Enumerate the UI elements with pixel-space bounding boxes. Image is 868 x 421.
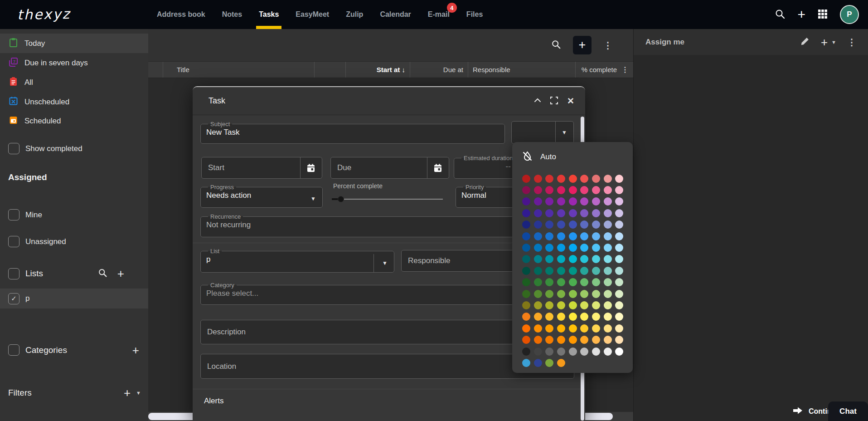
color-swatch[interactable] bbox=[545, 220, 553, 229]
color-swatch[interactable] bbox=[615, 301, 623, 309]
color-swatch[interactable] bbox=[580, 209, 588, 217]
start-date-field[interactable]: Start bbox=[201, 157, 322, 179]
color-swatch[interactable] bbox=[580, 232, 588, 240]
color-swatch[interactable] bbox=[580, 186, 588, 194]
color-swatch[interactable] bbox=[604, 313, 612, 321]
continue-toast[interactable]: Continue bbox=[792, 401, 830, 421]
tab-zulip[interactable]: Zulip bbox=[346, 0, 363, 29]
color-swatch[interactable] bbox=[592, 336, 600, 344]
color-swatch[interactable] bbox=[592, 244, 600, 252]
color-swatch[interactable] bbox=[592, 175, 600, 183]
color-swatch[interactable] bbox=[580, 175, 588, 183]
color-swatch[interactable] bbox=[534, 290, 542, 298]
avatar[interactable]: P bbox=[840, 5, 859, 24]
color-swatch[interactable] bbox=[557, 278, 565, 286]
color-swatch[interactable] bbox=[522, 348, 530, 356]
color-swatch[interactable] bbox=[592, 301, 600, 309]
color-swatch[interactable] bbox=[569, 348, 577, 356]
color-swatch[interactable] bbox=[557, 324, 565, 333]
progress-select[interactable]: Progress Needs action ▼ bbox=[200, 184, 323, 208]
color-auto-option[interactable]: Auto bbox=[512, 149, 633, 165]
color-swatch[interactable] bbox=[592, 313, 600, 321]
color-swatch[interactable] bbox=[569, 278, 577, 286]
color-swatch[interactable] bbox=[569, 186, 577, 194]
color-swatch[interactable] bbox=[522, 175, 530, 183]
collapse-button[interactable] bbox=[534, 98, 541, 104]
close-button[interactable]: ✕ bbox=[567, 96, 574, 106]
color-swatch[interactable] bbox=[569, 324, 577, 333]
categories-checkbox[interactable] bbox=[8, 344, 19, 356]
color-swatch[interactable] bbox=[604, 255, 612, 263]
color-swatch[interactable] bbox=[545, 255, 553, 263]
color-swatch[interactable] bbox=[545, 324, 553, 333]
color-swatch[interactable] bbox=[580, 244, 588, 252]
column-flags[interactable] bbox=[315, 62, 346, 78]
color-swatch[interactable] bbox=[569, 267, 577, 275]
fullscreen-button[interactable] bbox=[550, 97, 558, 106]
color-swatch[interactable] bbox=[545, 336, 553, 344]
color-swatch[interactable] bbox=[615, 209, 623, 217]
color-swatch[interactable] bbox=[557, 232, 565, 240]
panel-add-caret-button[interactable]: ▼ bbox=[831, 39, 836, 45]
color-swatch[interactable] bbox=[592, 232, 600, 240]
color-swatch[interactable] bbox=[557, 348, 565, 356]
global-add-button[interactable]: + bbox=[797, 8, 805, 21]
color-swatch[interactable] bbox=[522, 244, 530, 252]
color-swatch[interactable] bbox=[557, 244, 565, 252]
color-swatch[interactable] bbox=[615, 232, 623, 240]
column-percent-complete[interactable]: % complete ⋮ bbox=[576, 62, 633, 78]
color-swatch[interactable] bbox=[615, 244, 623, 252]
mine-checkbox[interactable] bbox=[8, 209, 19, 220]
color-swatch[interactable] bbox=[557, 313, 565, 321]
color-swatch[interactable] bbox=[615, 255, 623, 263]
color-swatch[interactable] bbox=[534, 244, 542, 252]
color-swatch[interactable] bbox=[522, 197, 530, 206]
color-swatch[interactable] bbox=[580, 324, 588, 333]
color-swatch[interactable] bbox=[604, 220, 612, 229]
color-swatch[interactable] bbox=[592, 278, 600, 286]
color-swatch[interactable] bbox=[522, 336, 530, 344]
color-swatch[interactable] bbox=[557, 197, 565, 206]
color-swatch-custom[interactable] bbox=[534, 359, 542, 367]
apps-grid-button[interactable] bbox=[817, 9, 828, 21]
columns-menu-icon[interactable]: ⋮ bbox=[621, 65, 629, 74]
percent-complete-slider[interactable] bbox=[332, 196, 443, 202]
column-due-at[interactable]: Due at bbox=[410, 62, 468, 78]
sidebar-item-today[interactable]: Today bbox=[0, 34, 148, 53]
tab-calendar[interactable]: Calendar bbox=[380, 0, 411, 29]
color-swatch[interactable] bbox=[580, 197, 588, 206]
column-title[interactable]: Title bbox=[163, 62, 315, 78]
progress-value[interactable]: Needs action bbox=[206, 191, 317, 200]
color-swatch[interactable] bbox=[557, 209, 565, 217]
color-swatch[interactable] bbox=[592, 197, 600, 206]
color-swatch-custom[interactable] bbox=[557, 359, 565, 367]
app-logo[interactable]: thexyz bbox=[17, 6, 71, 23]
color-swatch[interactable] bbox=[534, 175, 542, 183]
color-swatch[interactable] bbox=[545, 175, 553, 183]
panel-add-button[interactable]: + bbox=[821, 36, 828, 48]
color-swatch[interactable] bbox=[569, 301, 577, 309]
color-swatch[interactable] bbox=[592, 255, 600, 263]
color-swatch[interactable] bbox=[545, 278, 553, 286]
add-category-button[interactable]: + bbox=[132, 344, 139, 356]
color-swatch[interactable] bbox=[545, 244, 553, 252]
color-swatch[interactable] bbox=[534, 348, 542, 356]
color-swatch[interactable] bbox=[615, 186, 623, 194]
color-swatch-custom[interactable] bbox=[522, 359, 530, 367]
color-swatch[interactable] bbox=[545, 348, 553, 356]
due-date-field[interactable]: Due bbox=[330, 157, 449, 179]
subject-value[interactable]: New Task bbox=[206, 128, 499, 137]
color-swatch[interactable] bbox=[545, 197, 553, 206]
color-swatch[interactable] bbox=[522, 301, 530, 309]
color-swatch[interactable] bbox=[580, 336, 588, 344]
color-swatch[interactable] bbox=[557, 267, 565, 275]
tasks-search-button[interactable] bbox=[551, 39, 561, 51]
sidebar-item-scheduled[interactable]: Scheduled bbox=[0, 111, 148, 131]
color-swatch[interactable] bbox=[557, 301, 565, 309]
color-swatch[interactable] bbox=[580, 313, 588, 321]
color-swatch[interactable] bbox=[545, 301, 553, 309]
color-swatch[interactable] bbox=[592, 209, 600, 217]
show-completed-checkbox[interactable] bbox=[8, 143, 19, 154]
color-swatch[interactable] bbox=[557, 255, 565, 263]
lists-checkbox[interactable] bbox=[8, 268, 19, 279]
